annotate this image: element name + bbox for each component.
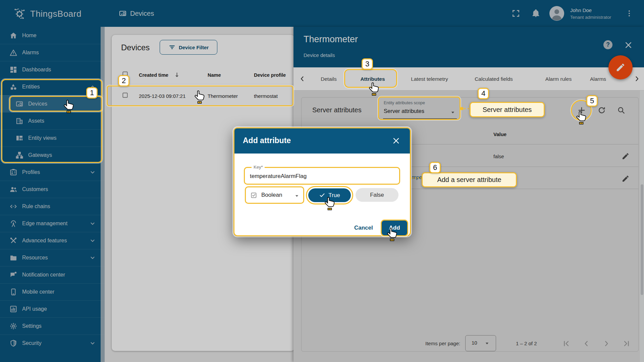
tour-badge-6: 6 [429,162,441,173]
tour-badge-3: 3 [362,58,373,70]
value-type-select[interactable]: Boolean [245,186,304,204]
value-type-value: Boolean [261,192,282,198]
key-input-label: Key* [252,165,265,170]
tour-cursor [193,90,206,104]
callout-server-attributes: Server attributes [470,102,545,117]
tour-cursor [575,111,588,125]
tour-cursor [368,82,380,96]
boolean-type-icon [250,192,257,199]
tour-cursor [323,196,336,210]
highlight-scope-select [378,97,461,120]
dialog-header: Add attribute [234,128,410,154]
key-input[interactable]: Key* temperatureAlarmFlag [244,167,400,185]
connector-dot [460,107,464,110]
add-attribute-dialog: Add attribute Key* temperatureAlarmFlag … [233,127,411,236]
tour-cursor [386,227,398,241]
dialog-title: Add attribute [243,136,291,145]
false-label: False [370,192,384,198]
key-input-value: temperatureAlarmFlag [250,173,307,180]
connector-dash [412,177,422,179]
tour-badge-4: 4 [478,88,489,99]
type-caret-icon [293,192,300,199]
tour-badge-5: 5 [586,95,598,107]
callout-add-server-attribute: Add a server attribute [422,172,517,187]
dialog-close-icon[interactable] [392,137,400,145]
cancel-button[interactable]: Cancel [354,225,373,231]
tour-badge-2: 2 [118,75,129,86]
connector-dash [464,108,469,109]
tour-cursor [62,99,75,113]
false-toggle-button[interactable]: False [356,188,398,202]
tour-badge-1: 1 [86,87,98,99]
